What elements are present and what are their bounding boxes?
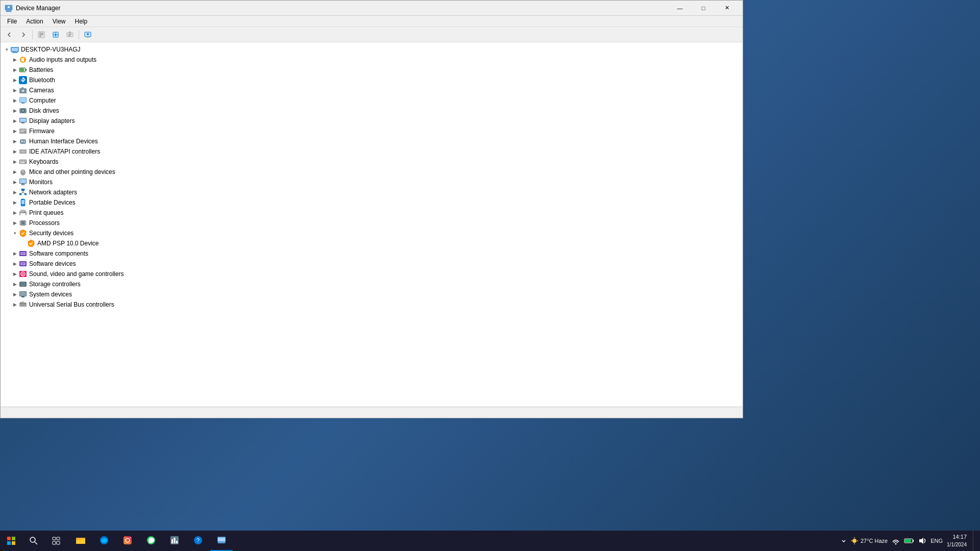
svg-rect-35 (19, 129, 27, 134)
toolbar-divider-1 (32, 30, 33, 39)
expand-icon-print[interactable]: ▶ (11, 209, 19, 217)
expand-icon-batteries[interactable]: ▶ (11, 66, 19, 74)
maximize-button[interactable]: □ (692, 1, 715, 16)
tree-item-bluetooth[interactable]: ▶ Bluetooth (1, 75, 743, 85)
icon-system (19, 290, 27, 298)
expand-icon-usb[interactable]: ▶ (11, 300, 19, 309)
svg-rect-47 (23, 161, 24, 162)
svg-rect-17 (12, 48, 18, 51)
show-devices-button[interactable] (81, 29, 94, 41)
show-desktop-button[interactable] (973, 531, 976, 551)
device-tree[interactable]: ▾ DESKTOP-VU3HAGJ ▶ Audio inputs and out… (1, 42, 743, 407)
expand-icon-computer[interactable]: ▶ (11, 96, 19, 105)
taskbar-whatsapp[interactable] (140, 531, 162, 551)
tree-item-sw-devices[interactable]: ▶ Software devices (1, 259, 743, 269)
tree-item-network[interactable]: ▶ Network adapters (1, 187, 743, 197)
menu-file[interactable]: File (3, 16, 21, 27)
expand-icon-portable[interactable]: ▶ (11, 198, 19, 207)
icon-sw-components (19, 249, 27, 258)
taskbar-unknown1[interactable] (163, 531, 186, 551)
tree-item-security[interactable]: ▾ Security devices (1, 228, 743, 238)
svg-rect-100 (12, 537, 15, 540)
tree-item-firmware[interactable]: ▶ Firmware (1, 126, 743, 136)
tray-battery[interactable] (904, 537, 914, 544)
tree-item-cameras[interactable]: ▶ Cameras (1, 85, 743, 95)
expand-icon-audio[interactable]: ▶ (11, 56, 19, 64)
tree-item-keyboards[interactable]: ▶ Keyboards (1, 157, 743, 167)
expand-icon-security[interactable]: ▾ (11, 229, 19, 237)
expand-icon-processors[interactable]: ▶ (11, 219, 19, 227)
tree-item-storage[interactable]: ▶ Storage controllers (1, 279, 743, 289)
expand-icon-monitors[interactable]: ▶ (11, 178, 19, 186)
tray-network[interactable] (892, 537, 900, 545)
tray-language[interactable]: ENG (930, 538, 943, 544)
label-network: Network adapters (29, 189, 77, 196)
expand-icon-network[interactable]: ▶ (11, 188, 19, 196)
expand-icon-mice[interactable]: ▶ (11, 168, 19, 176)
svg-point-31 (22, 110, 24, 112)
expand-icon-disk[interactable]: ▶ (11, 107, 19, 115)
tree-item-portable[interactable]: ▶ Portable Devices (1, 197, 743, 208)
menu-action[interactable]: Action (21, 16, 47, 27)
tray-clock[interactable]: 14:17 1/1/2024 (947, 533, 967, 548)
weather-widget[interactable]: 27°C Haze (850, 537, 888, 545)
tree-item-ide[interactable]: ▶ IDE ATA/ATAPI controllers (1, 146, 743, 157)
tree-item-mice[interactable]: ▶ Mice and other pointing devices (1, 167, 743, 177)
expand-icon-cameras[interactable]: ▶ (11, 86, 19, 94)
expand-icon-storage[interactable]: ▶ (11, 280, 19, 288)
svg-rect-97 (22, 302, 23, 302)
tree-item-disk[interactable]: ▶ Disk drives (1, 106, 743, 116)
tree-item-audio[interactable]: ▶ Audio inputs and outputs (1, 55, 743, 65)
scan-button[interactable] (49, 29, 62, 41)
tree-item-amd-psp[interactable]: AMD PSP 10.0 Device (1, 238, 743, 248)
tree-root[interactable]: ▾ DESKTOP-VU3HAGJ (1, 44, 743, 55)
properties-button[interactable] (35, 29, 48, 41)
tree-item-sw-components[interactable]: ▶ Software components (1, 248, 743, 259)
tree-item-computer[interactable]: ▶ Computer (1, 95, 743, 106)
label-storage: Storage controllers (29, 281, 81, 288)
tray-expand[interactable] (841, 538, 846, 543)
forward-button[interactable] (17, 29, 30, 41)
expand-icon-firmware[interactable]: ▶ (11, 127, 19, 135)
start-button[interactable] (0, 531, 22, 551)
root-expand-icon[interactable]: ▾ (3, 45, 11, 54)
expand-icon-sound[interactable]: ▶ (11, 270, 19, 278)
expand-icon-sw-components[interactable]: ▶ (11, 249, 19, 258)
svg-rect-124 (218, 542, 225, 543)
menu-help[interactable]: Help (70, 16, 92, 27)
expand-icon-hid[interactable]: ▶ (11, 137, 19, 145)
back-button[interactable] (3, 29, 16, 41)
close-button[interactable]: ✕ (715, 1, 739, 16)
tree-item-print[interactable]: ▶ Print queues (1, 208, 743, 218)
taskbar-help[interactable]: ? (187, 531, 209, 551)
expand-icon-sw-devices[interactable]: ▶ (11, 260, 19, 268)
taskbar-devmgr[interactable] (210, 531, 233, 551)
update-driver-button[interactable] (63, 29, 77, 41)
taskbar-apps: ? (69, 531, 233, 551)
tree-item-usb[interactable]: ▶ Universal Serial Bus controllers (1, 299, 743, 310)
tree-item-sound[interactable]: ▶ Sound, video and game controllers (1, 269, 743, 279)
icon-firmware (19, 127, 27, 135)
tree-item-monitors[interactable]: ▶ Monitors (1, 177, 743, 187)
search-button[interactable] (22, 531, 45, 551)
expand-icon-system[interactable]: ▶ (11, 290, 19, 298)
expand-icon-bluetooth[interactable]: ▶ (11, 76, 19, 84)
minimize-button[interactable]: — (668, 1, 692, 16)
tree-item-hid[interactable]: ▶ Human Interface Devices (1, 136, 743, 146)
tree-item-batteries[interactable]: ▶ Batteries (1, 65, 743, 75)
svg-point-88 (22, 273, 24, 275)
tree-item-processors[interactable]: ▶ Processors (1, 218, 743, 228)
icon-mice (19, 168, 27, 176)
tray-sound[interactable] (918, 537, 926, 545)
expand-icon-ide[interactable]: ▶ (11, 147, 19, 156)
taskbar-edge[interactable] (93, 531, 115, 551)
menu-view[interactable]: View (48, 16, 70, 27)
tree-item-display[interactable]: ▶ Display adapters (1, 116, 743, 126)
taskbar-instagram[interactable] (116, 531, 139, 551)
expand-icon-display[interactable]: ▶ (11, 117, 19, 125)
tree-item-system[interactable]: ▶ System devices (1, 289, 743, 299)
svg-rect-34 (21, 122, 24, 123)
expand-icon-keyboards[interactable]: ▶ (11, 158, 19, 166)
taskbar-explorer[interactable] (69, 531, 92, 551)
task-view-button[interactable] (45, 531, 67, 551)
